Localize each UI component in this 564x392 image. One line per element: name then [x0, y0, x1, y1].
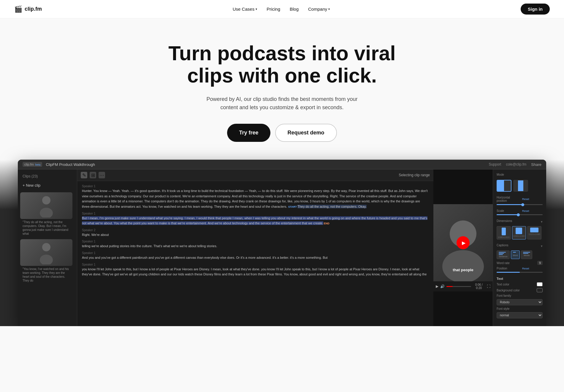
caption-words-label: Words [523, 254, 530, 256]
app-sidebar: Clips (23) + New clip "They do all t [18, 169, 77, 326]
clip-item[interactable]: "They do all the acting, not the compute… [20, 192, 75, 237]
caption-style-options: Sentence Word [497, 250, 543, 259]
caption-style-sentence[interactable]: Sentence [497, 250, 510, 259]
app-mockup: clip.fm beta ClipFM Product Walkthrough … [18, 160, 546, 326]
nav-blog[interactable]: Blog [290, 7, 299, 12]
toolbar-icon-3[interactable]: ⋯ [99, 172, 105, 178]
start-marker: START [288, 205, 297, 208]
word-rate-row: Word rate 9 [497, 261, 543, 265]
dim-1920x1080[interactable]: 1920x1080 [527, 226, 541, 239]
svg-point-0 [42, 196, 50, 204]
font-style-label: Font style [497, 307, 543, 310]
demo-section: clip.fm beta ClipFM Product Walkthrough … [0, 160, 564, 326]
hposition-section: Horizontal position Reset [497, 196, 543, 205]
play-pause-button[interactable]: ▶ [436, 284, 438, 288]
nav-use-cases[interactable]: Use Cases ▾ [233, 7, 257, 12]
position-section: Position Reset [497, 267, 543, 273]
new-clip-button[interactable]: + New clip [18, 181, 77, 190]
end-marker: END [324, 222, 329, 225]
video-caption-text: that people [453, 268, 473, 272]
speaker-label: Speaker 1 [82, 240, 429, 243]
text-color-row: Text color [497, 282, 543, 286]
dim-1080x1920[interactable]: 1080x1920 [497, 226, 511, 239]
fullscreen-button[interactable]: ⛶ [487, 284, 490, 288]
request-demo-button[interactable]: Request demo [275, 124, 337, 142]
captions-label: Captions [497, 244, 508, 247]
volume-button[interactable]: 🔊 [440, 284, 445, 288]
caption-sentence-label: Sentence [499, 255, 508, 258]
video-panel: that people ▶ ▶ 🔊 0:06 / 0:20 ⛶ [433, 169, 493, 326]
text-section-label: Text [497, 277, 503, 280]
font-family-select[interactable]: Roboto [497, 299, 543, 305]
collapse-icon[interactable]: ▾ [541, 220, 543, 224]
dimension-options: 1080x1920 1080x1080 1920x1080 [497, 226, 543, 239]
transcript-line: Speaker 1 telling we're about putting st… [82, 240, 429, 249]
progress-bar[interactable] [446, 286, 471, 287]
clip-thumbnail-image [20, 239, 72, 266]
position-reset[interactable]: Reset [522, 267, 529, 270]
selecting-label: Selecting clip range [399, 173, 430, 177]
transcript-text: Right. We're about [82, 232, 429, 238]
dim-1080x1080[interactable]: 1080x1080 [512, 226, 526, 239]
word-rate-value: 9 [537, 261, 543, 265]
user-email: cole@clip.fm [506, 162, 526, 166]
position-slider[interactable] [497, 272, 543, 273]
app-titlebar: clip.fm beta ClipFM Product Walkthrough … [18, 160, 546, 169]
dimensions-label: Dimensions [497, 219, 512, 223]
text-color-label: Text color [497, 283, 536, 286]
hero-subtext: Powered by AI, our clip studio finds the… [199, 95, 365, 112]
mode-option-2[interactable] [513, 180, 528, 192]
transcript-text: But I mean, I'm gonna just make sure I u… [82, 216, 429, 226]
support-link[interactable]: Support [489, 162, 501, 166]
try-free-button[interactable]: Try free [227, 124, 270, 142]
bg-color-swatch[interactable] [537, 288, 543, 292]
caption-style-word[interactable]: Word [511, 250, 520, 259]
transcript-text: Hunter. You know — Yeah. Yeah. — it's go… [82, 188, 429, 209]
video-preview: that people ▶ [433, 204, 493, 281]
position-label: Position [497, 267, 520, 270]
mode-option-1[interactable] [497, 180, 511, 192]
caption-word-label: Word [513, 254, 518, 256]
font-style-select[interactable]: normal [497, 312, 543, 318]
sign-in-button[interactable]: Sign in [521, 4, 550, 15]
nav-pricing[interactable]: Pricing [267, 7, 280, 12]
bg-color-label: Background color [497, 289, 536, 292]
svg-point-2 [42, 243, 50, 251]
speaker-label: Speaker 1 [82, 263, 429, 266]
speaker-label: Speaker 1 [82, 251, 429, 255]
chevron-down-icon: ▾ [256, 7, 257, 11]
toolbar-icon-2[interactable]: ⊞ [90, 172, 96, 178]
speaker-label: Speaker 2 [82, 228, 429, 232]
transcript-text: And you and you've got a different paint… [82, 255, 429, 261]
share-button[interactable]: Share [531, 162, 541, 167]
hero-headline: Turn podcasts into viral clips with one … [148, 42, 416, 87]
collapse-icon[interactable]: ▾ [541, 244, 543, 248]
hposition-slider[interactable] [497, 204, 543, 205]
bg-color-row: Background color [497, 288, 543, 292]
clip-item[interactable]: "You know, I've watched on and his team … [20, 239, 75, 284]
play-icon: ▶ [462, 240, 465, 246]
navbar: 🎬 clip.fm Use Cases ▾ Pricing Blog Compa… [0, 0, 564, 18]
transcript-line: Speaker 2 Right. We're about [82, 228, 429, 238]
transcript-text: you know I'll let John speak to this, bu… [82, 267, 429, 277]
svg-point-3 [40, 255, 53, 264]
clips-header: Clips (23) [18, 173, 77, 181]
transcript-line: Speaker 1 And you and you've got a diffe… [82, 251, 429, 261]
logo[interactable]: 🎬 clip.fm [14, 5, 42, 13]
transcript-line: Speaker 1 But I mean, I'm gonna just mak… [82, 212, 429, 226]
transcript-content: Speaker 1 Hunter. You know — Yeah. Yeah.… [77, 181, 433, 326]
text-color-swatch[interactable] [537, 282, 543, 286]
clip-caption: "They do all the acting, not the compute… [20, 219, 75, 237]
toolbar-icon-edit[interactable]: ✎ [81, 172, 87, 178]
caption-style-words[interactable]: Words [521, 250, 532, 259]
hposition-reset[interactable]: Reset [522, 198, 529, 201]
video-caption-bar: that people [433, 267, 493, 272]
play-button[interactable]: ▶ [457, 236, 470, 249]
highlight-selected-text: They do all the acting, not the computer… [297, 205, 367, 208]
scale-reset[interactable]: Reset [522, 210, 529, 212]
hposition-label: Horizontal position [497, 196, 520, 202]
scale-slider[interactable] [497, 214, 543, 215]
speaker-label: Speaker 1 [82, 212, 429, 215]
nav-company[interactable]: Company ▾ [308, 7, 330, 12]
svg-point-1 [40, 208, 53, 218]
